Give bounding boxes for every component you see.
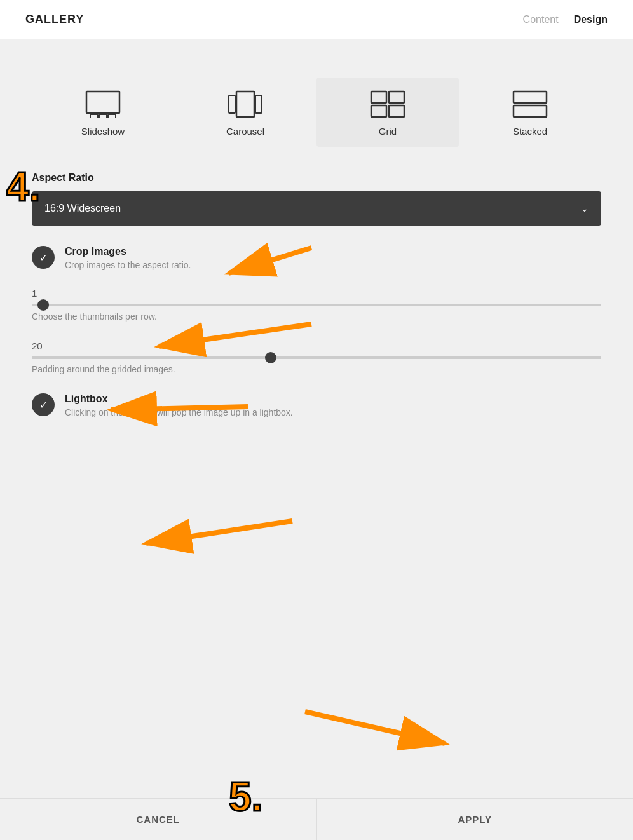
layout-option-grid[interactable]: Grid	[316, 78, 459, 147]
aspect-ratio-dropdown[interactable]: 16:9 Widescreen ⌄	[32, 191, 601, 226]
svg-rect-5	[229, 95, 235, 113]
cancel-button[interactable]: CANCEL	[0, 799, 316, 840]
aspect-ratio-label: Aspect Ratio	[32, 172, 601, 184]
svg-rect-3	[108, 114, 116, 118]
svg-rect-4	[236, 91, 254, 117]
tab-content[interactable]: Content	[523, 14, 559, 25]
lightbox-checkbox[interactable]: ✓	[32, 393, 55, 416]
slideshow-icon	[85, 90, 121, 118]
layout-option-carousel[interactable]: Carousel	[174, 78, 316, 147]
header-tabs: Content Design	[523, 14, 608, 25]
padding-slider[interactable]	[32, 356, 601, 359]
apply-button[interactable]: APPLY	[316, 799, 634, 840]
tab-design[interactable]: Design	[574, 14, 608, 25]
svg-rect-6	[255, 95, 262, 113]
crop-images-checkbox[interactable]: ✓	[32, 246, 55, 269]
layout-option-slideshow[interactable]: Slideshow	[32, 78, 174, 147]
svg-rect-12	[514, 105, 547, 117]
stacked-icon	[512, 90, 548, 118]
thumbnails-slider[interactable]	[32, 304, 601, 306]
svg-rect-1	[90, 114, 98, 118]
lightbox-desc: Clicking on the images will pop the imag…	[65, 407, 601, 417]
carousel-label: Carousel	[226, 126, 264, 137]
aspect-ratio-section: Aspect Ratio 16:9 Widescreen ⌄	[32, 172, 601, 226]
grid-icon	[370, 90, 405, 118]
svg-rect-11	[514, 91, 547, 103]
stacked-label: Stacked	[513, 126, 547, 137]
crop-images-section: ✓ Crop Images Crop images to the aspect …	[32, 246, 601, 270]
svg-rect-8	[389, 91, 404, 103]
lightbox-title: Lightbox	[65, 393, 601, 405]
padding-value: 20	[32, 341, 601, 351]
svg-rect-2	[99, 114, 107, 118]
crop-images-title: Crop Images	[65, 246, 601, 257]
footer: CANCEL APPLY	[0, 798, 633, 840]
layout-selector: Slideshow Carousel Grid	[32, 78, 601, 147]
thumbnails-desc: Choose the thumbnails per row.	[32, 311, 601, 322]
svg-rect-10	[389, 105, 404, 117]
step4-annotation: 4.	[6, 166, 40, 207]
check-icon: ✓	[39, 399, 48, 411]
layout-option-stacked[interactable]: Stacked	[459, 78, 601, 147]
check-icon: ✓	[39, 252, 48, 264]
thumbnails-value: 1	[32, 288, 601, 299]
svg-rect-9	[371, 105, 386, 117]
svg-rect-7	[371, 91, 386, 103]
chevron-down-icon: ⌄	[581, 203, 589, 213]
padding-desc: Padding around the gridded images.	[32, 364, 601, 374]
step5-annotation: 5.	[229, 776, 262, 817]
svg-rect-0	[86, 91, 119, 113]
carousel-icon	[228, 90, 263, 118]
header: GALLERY Content Design	[0, 0, 633, 39]
gallery-title: GALLERY	[25, 13, 84, 26]
slideshow-label: Slideshow	[81, 126, 125, 137]
lightbox-section: ✓ Lightbox Clicking on the images will p…	[32, 393, 601, 417]
grid-label: Grid	[379, 126, 397, 137]
crop-images-text: Crop Images Crop images to the aspect ra…	[65, 246, 601, 270]
crop-images-desc: Crop images to the aspect ratio.	[65, 260, 601, 270]
aspect-ratio-value: 16:9 Widescreen	[44, 203, 121, 214]
padding-slider-section: 20 Padding around the gridded images.	[32, 341, 601, 374]
thumbnails-slider-section: 1 Choose the thumbnails per row.	[32, 288, 601, 322]
lightbox-text: Lightbox Clicking on the images will pop…	[65, 393, 601, 417]
